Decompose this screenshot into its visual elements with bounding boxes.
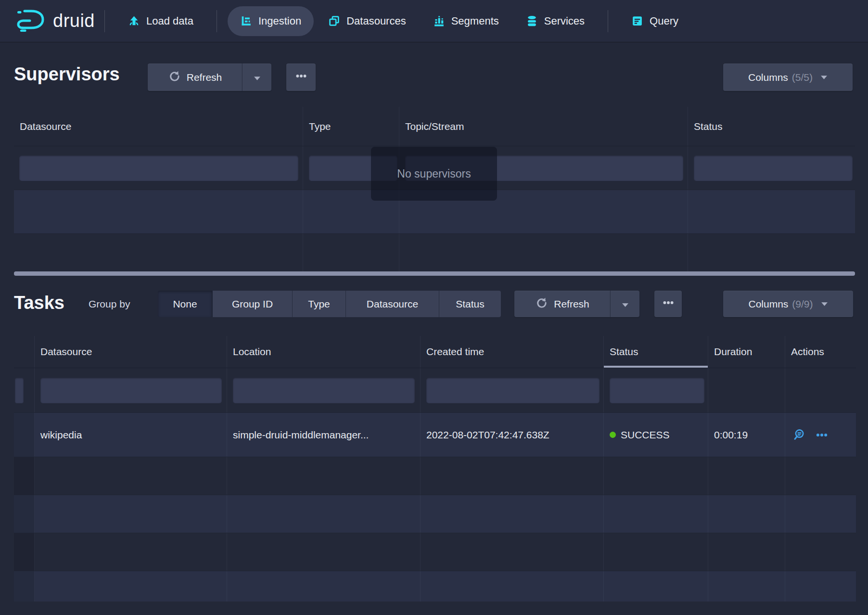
nav-item-segments[interactable]: Segments: [421, 6, 511, 36]
supervisors-header-row: Datasource Type Topic/Stream Status: [14, 107, 855, 146]
nav-item-label: Ingestion: [258, 15, 301, 27]
tasks-header-location[interactable]: Location: [227, 336, 421, 368]
status-badge: SUCCESS: [621, 429, 670, 441]
nav-item-services[interactable]: Services: [513, 6, 597, 36]
columns-count: (9/9): [792, 298, 813, 310]
tasks-table: Datasource Location Created time Status …: [14, 336, 856, 602]
task-empty-row: [14, 533, 856, 571]
nav-divider: [217, 10, 217, 32]
tasks-header-created-time[interactable]: Created time: [421, 336, 604, 368]
refresh-icon: [168, 70, 180, 85]
tasks-group-by-segmented: None Group ID Type Datasource Status: [158, 291, 501, 317]
nav-item-load-data[interactable]: Load data: [115, 6, 206, 36]
tasks-header-duration[interactable]: Duration: [708, 336, 785, 368]
tasks-filter-datasource-input[interactable]: [40, 378, 222, 403]
druid-console: druid Load data: [0, 0, 868, 615]
supervisors-header-topic-stream[interactable]: Topic/Stream: [399, 107, 688, 146]
tasks-header-status[interactable]: Status: [604, 336, 708, 368]
group-by-status-button[interactable]: Status: [439, 291, 501, 317]
task-location: simple-druid-middlemanager...: [227, 413, 421, 457]
chevron-down-icon: [622, 298, 629, 310]
tasks-columns-button[interactable]: Columns (9/9): [723, 291, 853, 317]
supervisors-filter-datasource-input[interactable]: [19, 155, 298, 181]
supervisors-refresh-group: Refresh: [148, 64, 271, 91]
query-icon: [631, 15, 643, 27]
tasks-title: Tasks: [14, 293, 64, 313]
supervisors-header-status[interactable]: Status: [688, 107, 855, 146]
chevron-down-icon: [254, 72, 261, 83]
task-status: SUCCESS: [604, 413, 708, 457]
sort-indicator: [604, 366, 708, 368]
task-datasource: wikipedia: [35, 413, 227, 457]
upload-icon: [128, 15, 140, 27]
supervisors-title: Supervisors: [14, 64, 120, 85]
services-icon: [526, 15, 538, 27]
tasks-filter-created-time-input[interactable]: [426, 378, 600, 403]
nav-item-label: Segments: [451, 15, 499, 27]
task-row-wikipedia[interactable]: wikipedia simple-druid-middlemanager... …: [14, 413, 856, 457]
columns-label: Columns: [748, 72, 788, 83]
supervisors-filter-status-input[interactable]: [694, 155, 853, 181]
tasks-refresh-group: Refresh: [514, 291, 639, 317]
task-empty-row: [14, 457, 856, 495]
task-more-actions-icon[interactable]: [816, 429, 828, 441]
row-expander[interactable]: [14, 413, 35, 457]
more-icon: [295, 70, 307, 85]
no-supervisors-message: No supervisors: [371, 147, 497, 201]
refresh-label: Refresh: [187, 72, 222, 83]
supervisors-header-datasource[interactable]: Datasource: [14, 107, 303, 146]
task-duration: 0:00:19: [708, 413, 785, 457]
task-actions: [785, 413, 856, 457]
druid-logo-text: druid: [53, 11, 95, 31]
tasks-refresh-button[interactable]: Refresh: [514, 291, 610, 317]
nav-item-label: Load data: [146, 15, 193, 27]
supervisors-empty-row: [14, 234, 855, 272]
more-icon: [662, 296, 675, 311]
tasks-filter-expander-input[interactable]: [15, 378, 24, 403]
ingestion-icon: [240, 15, 252, 27]
task-created-time: 2022-08-02T07:42:47.638Z: [421, 413, 604, 457]
supervisors-more-button[interactable]: [286, 64, 316, 91]
task-details-magnifier-icon[interactable]: [793, 428, 806, 441]
nav-divider: [104, 10, 105, 32]
supervisors-columns-button[interactable]: Columns (5/5): [723, 64, 853, 91]
group-by-label: Group by: [89, 291, 130, 317]
group-by-group-id-button[interactable]: Group ID: [213, 291, 293, 317]
group-by-datasource-button[interactable]: Datasource: [346, 291, 439, 317]
tasks-refresh-caret-button[interactable]: [610, 291, 639, 317]
nav-item-query[interactable]: Query: [619, 6, 691, 36]
supervisors-refresh-button[interactable]: Refresh: [148, 64, 242, 91]
nav-divider: [608, 10, 608, 32]
nav-item-label: Datasources: [346, 15, 406, 27]
druid-logo[interactable]: druid: [16, 9, 95, 34]
success-status-dot-icon: [610, 432, 616, 438]
segments-icon: [433, 15, 445, 27]
columns-count: (5/5): [792, 72, 813, 83]
datasources-icon: [328, 15, 340, 27]
nav-item-label: Services: [544, 15, 585, 27]
tasks-filter-row: [14, 368, 856, 413]
nav-item-datasources[interactable]: Datasources: [316, 6, 419, 36]
navbar: druid Load data: [0, 0, 868, 42]
task-empty-row: [14, 495, 856, 533]
supervisors-horizontal-scrollbar[interactable]: [14, 271, 855, 276]
tasks-header-row: Datasource Location Created time Status …: [14, 336, 856, 368]
tasks-header-actions[interactable]: Actions: [785, 336, 856, 368]
tasks-more-button[interactable]: [654, 291, 682, 317]
chevron-down-icon: [820, 75, 828, 80]
task-empty-row: [14, 571, 856, 602]
refresh-label: Refresh: [554, 298, 589, 310]
tasks-header-expander: [14, 336, 35, 368]
supervisors-header-type[interactable]: Type: [303, 107, 399, 146]
columns-label: Columns: [748, 298, 788, 310]
group-by-none-button[interactable]: None: [158, 291, 213, 317]
group-by-type-button[interactable]: Type: [293, 291, 346, 317]
druid-logo-icon: [16, 9, 46, 34]
supervisors-refresh-caret-button[interactable]: [242, 64, 271, 91]
tasks-header-datasource[interactable]: Datasource: [35, 336, 227, 368]
refresh-icon: [535, 296, 548, 311]
tasks-filter-location-input[interactable]: [233, 378, 415, 403]
chevron-down-icon: [821, 302, 828, 307]
tasks-filter-status-input[interactable]: [610, 378, 704, 403]
nav-item-ingestion[interactable]: Ingestion: [228, 6, 314, 36]
